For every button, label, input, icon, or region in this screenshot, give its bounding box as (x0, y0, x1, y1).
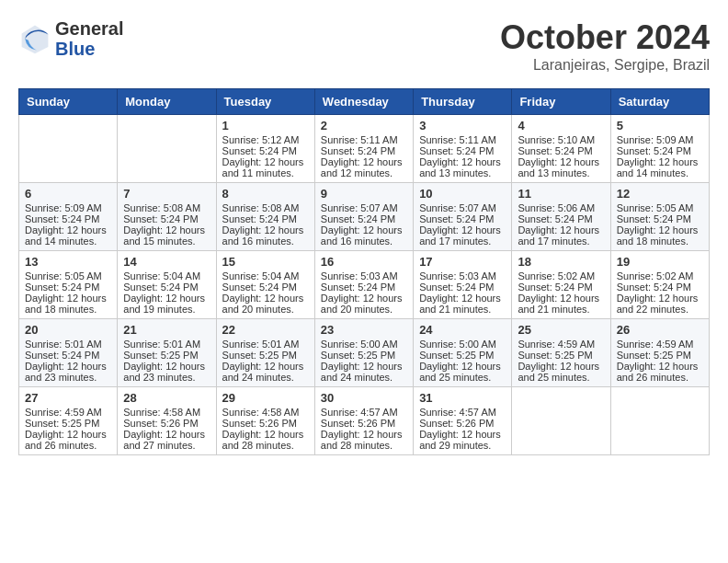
day-cell-12: 12Sunrise: 5:05 AMSunset: 5:24 PMDayligh… (610, 183, 709, 251)
day-cell-29: 29Sunrise: 4:58 AMSunset: 5:26 PMDayligh… (216, 387, 314, 455)
sunset-2: Sunset: 5:24 PM (321, 145, 395, 156)
weekday-header-friday: Friday (512, 89, 610, 115)
sunset-30: Sunset: 5:26 PM (321, 418, 395, 429)
daylight-23: Daylight: 12 hours and 24 minutes. (321, 361, 403, 383)
day-number-3: 3 (419, 119, 506, 132)
day-cell-27: 27Sunrise: 4:59 AMSunset: 5:25 PMDayligh… (19, 387, 118, 455)
sunrise-15: Sunrise: 5:04 AM (222, 270, 300, 282)
logo-icon (18, 22, 51, 55)
day-number-7: 7 (123, 187, 210, 201)
day-number-16: 16 (321, 255, 407, 269)
daylight-24: Daylight: 12 hours and 25 minutes. (419, 361, 501, 383)
day-number-18: 18 (518, 255, 604, 269)
day-number-6: 6 (25, 187, 111, 201)
day-cell-22: 22Sunrise: 5:01 AMSunset: 5:25 PMDayligh… (216, 319, 314, 387)
sunset-28: Sunset: 5:26 PM (123, 418, 198, 429)
sunrise-12: Sunrise: 5:05 AM (617, 202, 694, 213)
sunrise-31: Sunrise: 4:57 AM (419, 407, 496, 418)
sunrise-2: Sunrise: 5:11 AM (321, 134, 398, 145)
day-cell-28: 28Sunrise: 4:58 AMSunset: 5:26 PMDayligh… (118, 387, 216, 455)
title-block: October 2024 Laranjeiras, Sergipe, Brazi… (500, 18, 710, 74)
day-number-23: 23 (321, 323, 407, 337)
sunset-10: Sunset: 5:24 PM (419, 213, 494, 224)
sunset-21: Sunset: 5:25 PM (123, 350, 198, 361)
sunset-8: Sunset: 5:24 PM (222, 213, 297, 224)
sunset-4: Sunset: 5:24 PM (518, 145, 592, 156)
logo-general-text: General (55, 18, 123, 39)
week-row-5: 27Sunrise: 4:59 AMSunset: 5:25 PMDayligh… (19, 387, 710, 455)
sunset-27: Sunset: 5:25 PM (25, 418, 99, 429)
daylight-4: Daylight: 12 hours and 13 minutes. (518, 156, 599, 178)
sunset-18: Sunset: 5:24 PM (518, 282, 592, 293)
daylight-8: Daylight: 12 hours and 16 minutes. (222, 224, 304, 247)
day-cell-15: 15Sunrise: 5:04 AMSunset: 5:24 PMDayligh… (216, 251, 314, 319)
day-number-17: 17 (419, 255, 506, 269)
day-cell-6: 6Sunrise: 5:09 AMSunset: 5:24 PMDaylight… (19, 183, 118, 251)
day-cell-16: 16Sunrise: 5:03 AMSunset: 5:24 PMDayligh… (314, 251, 413, 319)
sunset-26: Sunset: 5:25 PM (617, 350, 691, 361)
sunset-17: Sunset: 5:24 PM (419, 282, 494, 293)
sunset-24: Sunset: 5:25 PM (419, 350, 494, 361)
empty-cell-4-6 (610, 387, 709, 455)
day-cell-20: 20Sunrise: 5:01 AMSunset: 5:24 PMDayligh… (19, 319, 118, 387)
sunrise-27: Sunrise: 4:59 AM (25, 407, 102, 418)
calendar-body: 1Sunrise: 5:12 AMSunset: 5:24 PMDaylight… (19, 115, 710, 455)
daylight-5: Daylight: 12 hours and 14 minutes. (617, 156, 699, 178)
sunset-1: Sunset: 5:24 PM (222, 145, 297, 156)
weekday-header-thursday: Thursday (414, 89, 512, 115)
daylight-14: Daylight: 12 hours and 19 minutes. (123, 293, 205, 315)
day-cell-2: 2Sunrise: 5:11 AMSunset: 5:24 PMDaylight… (314, 115, 413, 183)
day-number-19: 19 (617, 255, 703, 269)
daylight-29: Daylight: 12 hours and 28 minutes. (222, 429, 304, 451)
day-number-31: 31 (419, 391, 506, 405)
daylight-16: Daylight: 12 hours and 20 minutes. (321, 293, 403, 315)
week-row-4: 20Sunrise: 5:01 AMSunset: 5:24 PMDayligh… (19, 319, 710, 387)
day-number-2: 2 (321, 119, 407, 132)
sunset-22: Sunset: 5:25 PM (222, 350, 297, 361)
day-number-9: 9 (321, 187, 407, 201)
sunrise-24: Sunrise: 5:00 AM (419, 339, 496, 350)
logo-text: General Blue (55, 18, 123, 59)
day-cell-1: 1Sunrise: 5:12 AMSunset: 5:24 PMDaylight… (216, 115, 314, 183)
sunset-7: Sunset: 5:24 PM (123, 213, 198, 224)
daylight-20: Daylight: 12 hours and 23 minutes. (25, 361, 107, 383)
weekday-header-tuesday: Tuesday (216, 89, 314, 115)
day-cell-17: 17Sunrise: 5:03 AMSunset: 5:24 PMDayligh… (414, 251, 512, 319)
day-cell-3: 3Sunrise: 5:11 AMSunset: 5:24 PMDaylight… (414, 115, 512, 183)
sunrise-4: Sunrise: 5:10 AM (518, 134, 595, 145)
day-cell-18: 18Sunrise: 5:02 AMSunset: 5:24 PMDayligh… (512, 251, 610, 319)
week-row-2: 6Sunrise: 5:09 AMSunset: 5:24 PMDaylight… (19, 183, 710, 251)
daylight-27: Daylight: 12 hours and 26 minutes. (25, 429, 107, 451)
sunrise-29: Sunrise: 4:58 AM (222, 407, 300, 418)
sunrise-11: Sunrise: 5:06 AM (518, 202, 595, 213)
sunrise-7: Sunrise: 5:08 AM (123, 202, 200, 213)
day-cell-14: 14Sunrise: 5:04 AMSunset: 5:24 PMDayligh… (118, 251, 216, 319)
weekday-header-monday: Monday (118, 89, 216, 115)
sunset-16: Sunset: 5:24 PM (321, 282, 395, 293)
daylight-17: Daylight: 12 hours and 21 minutes. (419, 293, 501, 315)
day-number-5: 5 (617, 119, 703, 132)
sunset-6: Sunset: 5:24 PM (25, 213, 99, 224)
daylight-15: Daylight: 12 hours and 20 minutes. (222, 293, 304, 315)
sunrise-21: Sunrise: 5:01 AM (123, 339, 200, 350)
sunrise-19: Sunrise: 5:02 AM (617, 270, 694, 282)
sunrise-10: Sunrise: 5:07 AM (419, 202, 496, 213)
empty-cell-4-5 (512, 387, 610, 455)
day-number-1: 1 (222, 119, 309, 132)
day-number-15: 15 (222, 255, 309, 269)
sunrise-14: Sunrise: 5:04 AM (123, 270, 200, 282)
day-cell-11: 11Sunrise: 5:06 AMSunset: 5:24 PMDayligh… (512, 183, 610, 251)
weekday-header-sunday: Sunday (19, 89, 118, 115)
empty-cell-0-0 (19, 115, 118, 183)
day-number-26: 26 (617, 323, 703, 337)
day-cell-30: 30Sunrise: 4:57 AMSunset: 5:26 PMDayligh… (314, 387, 413, 455)
sunrise-13: Sunrise: 5:05 AM (25, 270, 102, 282)
daylight-11: Daylight: 12 hours and 17 minutes. (518, 224, 599, 247)
day-cell-5: 5Sunrise: 5:09 AMSunset: 5:24 PMDaylight… (610, 115, 709, 183)
day-cell-26: 26Sunrise: 4:59 AMSunset: 5:25 PMDayligh… (610, 319, 709, 387)
sunrise-18: Sunrise: 5:02 AM (518, 270, 595, 282)
daylight-2: Daylight: 12 hours and 12 minutes. (321, 156, 403, 178)
logo-blue-text: Blue (55, 39, 123, 59)
weekday-header-wednesday: Wednesday (314, 89, 413, 115)
empty-cell-0-1 (118, 115, 216, 183)
